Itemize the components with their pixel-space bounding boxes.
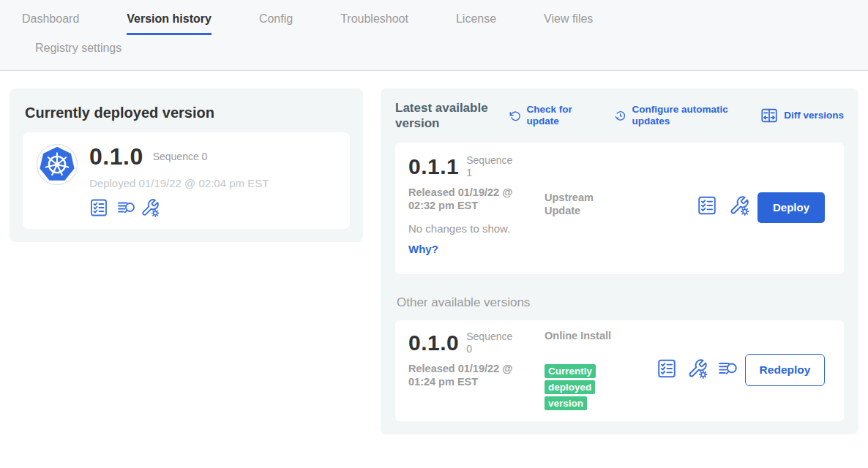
panel-actions: Check for update Configure automatic upd… (509, 104, 844, 127)
latest-card-actions (697, 195, 749, 216)
no-changes-text: No changes to show. (408, 222, 831, 235)
wrench-gear-icon[interactable] (687, 358, 708, 379)
latest-version-number: 0.1.1 (408, 154, 459, 179)
deploy-button[interactable]: Deploy (757, 192, 825, 223)
deployed-version-number: 0.1.0 (89, 143, 143, 170)
install-type-label: Online Install (545, 329, 612, 343)
view-logs-icon[interactable] (117, 198, 136, 217)
checklist-icon[interactable] (697, 195, 717, 216)
configure-automatic-updates-label: Configure automatic updates (632, 104, 732, 127)
currently-deployed-card: Currently deployed version 0.1.0 Sequenc… (10, 88, 363, 242)
latest-sequence-label: Sequence 1 (466, 154, 519, 178)
deployed-version-row: 0.1.0 Sequence 0 Deployed 01/19/22 @ 02:… (23, 132, 350, 229)
configure-automatic-updates-link[interactable]: Configure automatic updates (615, 104, 731, 127)
why-link[interactable]: Why? (408, 243, 438, 255)
deployed-version-info: 0.1.0 Sequence 0 Deployed 01/19/22 @ 02:… (89, 143, 269, 217)
deployed-actions (89, 198, 269, 217)
check-for-update-link[interactable]: Check for update (509, 104, 585, 127)
check-for-update-label: Check for update (526, 104, 585, 127)
checklist-icon[interactable] (656, 358, 677, 379)
main-content: Currently deployed version 0.1.0 Sequenc… (0, 71, 868, 434)
panel-header: Latest available version Check for updat… (395, 100, 844, 132)
wrench-gear-icon[interactable] (141, 198, 160, 217)
tab-dashboard[interactable]: Dashboard (22, 12, 79, 35)
currently-deployed-title: Currently deployed version (25, 105, 350, 121)
tab-view-files[interactable]: View files (544, 12, 593, 35)
other-sequence-label: Sequence 0 (466, 331, 519, 354)
nav-row-2: Registry settings (22, 42, 868, 62)
tab-registry-settings[interactable]: Registry settings (35, 42, 868, 62)
top-nav: Dashboard Version history Config Trouble… (0, 0, 868, 71)
diff-icon (760, 107, 778, 124)
diff-versions-link[interactable]: Diff versions (760, 107, 844, 124)
other-card-actions (656, 358, 738, 379)
deployed-sequence-label: Sequence 0 (153, 151, 208, 162)
currently-deployed-badge: Currently deployed version (545, 364, 596, 410)
view-logs-icon[interactable] (718, 358, 738, 379)
deployed-timestamp: Deployed 01/19/22 @ 02:04 pm EST (89, 177, 269, 189)
tab-config[interactable]: Config (259, 12, 293, 35)
diff-versions-label: Diff versions (784, 110, 844, 121)
schedule-refresh-icon (615, 108, 626, 124)
other-version-number: 0.1.0 (408, 331, 459, 355)
wrench-gear-icon[interactable] (729, 195, 749, 216)
redeploy-button[interactable]: Redeploy (745, 354, 825, 386)
latest-available-panel: Latest available version Check for updat… (381, 88, 858, 434)
refresh-icon (509, 108, 520, 124)
latest-released-timestamp: Released 01/19/22 @ 02:32 pm EST (408, 186, 527, 214)
tab-version-history[interactable]: Version history (127, 12, 212, 35)
nav-row-1: Dashboard Version history Config Trouble… (22, 12, 868, 35)
kubernetes-logo-icon (36, 143, 78, 217)
other-released-timestamp: Released 01/19/22 @ 01:24 pm EST (408, 362, 527, 390)
other-version-card: 0.1.0 Sequence 0 Released 01/19/22 @ 01:… (395, 320, 844, 421)
tab-troubleshoot[interactable]: Troubleshoot (340, 12, 408, 35)
tab-license[interactable]: License (456, 12, 496, 35)
other-available-versions-heading: Other available versions (397, 295, 844, 310)
panel-title: Latest available version (395, 100, 506, 132)
checklist-icon[interactable] (89, 198, 108, 217)
currently-deployed-badge-wrap: Currently deployed version (545, 363, 602, 411)
latest-version-card: 0.1.1 Sequence 1 Released 01/19/22 @ 02:… (395, 143, 844, 274)
latest-source-label: Upstream Update (545, 191, 612, 219)
